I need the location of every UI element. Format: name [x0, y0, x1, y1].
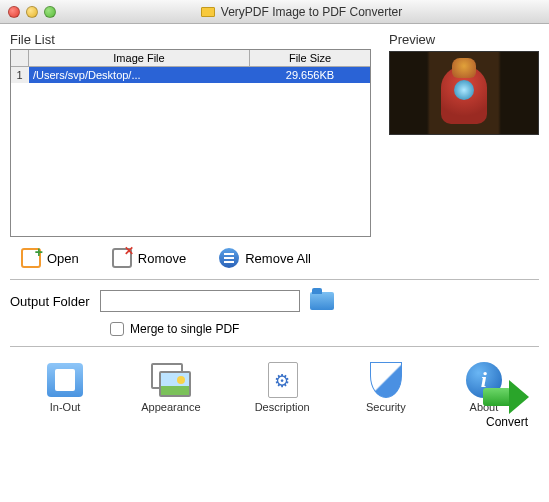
remove-button[interactable]: Romove [111, 247, 186, 269]
table-header: Image File File Size [11, 50, 370, 67]
merge-checkbox[interactable] [110, 322, 124, 336]
output-folder-label: Output Folder [10, 294, 90, 309]
app-icon [201, 7, 215, 17]
convert-icon [483, 380, 531, 414]
tab-label-security: Security [366, 401, 406, 413]
preview-image [389, 51, 539, 135]
file-list-label: File List [10, 32, 371, 47]
separator [10, 279, 539, 280]
preview-label: Preview [389, 32, 539, 47]
merge-label: Merge to single PDF [130, 322, 239, 336]
description-icon [264, 362, 300, 398]
window-title: VeryPDF Image to PDF Converter [221, 5, 402, 19]
tab-in-out[interactable]: In-Out [43, 361, 87, 413]
bottom-tabs: In-Out Appearance Description Security i… [10, 361, 539, 413]
open-icon [21, 248, 41, 268]
convert-label: Convert [483, 415, 531, 429]
tab-label-in-out: In-Out [50, 401, 81, 413]
output-folder-input[interactable] [100, 290, 300, 312]
row-size: 29.656KB [250, 67, 370, 83]
file-list-table[interactable]: Image File File Size 1 /Users/svp/Deskto… [10, 49, 371, 237]
tab-appearance[interactable]: Appearance [141, 361, 200, 413]
tab-description[interactable]: Description [255, 361, 310, 413]
titlebar: VeryPDF Image to PDF Converter [0, 0, 549, 24]
remove-all-label: Remove All [245, 251, 311, 266]
shield-icon [370, 362, 402, 398]
convert-button[interactable]: Convert [483, 380, 531, 429]
col-file-size[interactable]: File Size [250, 50, 370, 66]
open-label: Open [47, 251, 79, 266]
browse-folder-button[interactable] [310, 292, 334, 310]
row-file: /Users/svp/Desktop/... [29, 67, 250, 83]
remove-icon [112, 248, 132, 268]
col-image-file[interactable]: Image File [29, 50, 250, 66]
tab-security[interactable]: Security [364, 361, 408, 413]
in-out-icon [47, 363, 83, 397]
tab-label-description: Description [255, 401, 310, 413]
close-window-button[interactable] [8, 6, 20, 18]
tab-label-appearance: Appearance [141, 401, 200, 413]
remove-all-button[interactable]: Remove All [218, 247, 311, 269]
remove-label: Romove [138, 251, 186, 266]
minimize-window-button[interactable] [26, 6, 38, 18]
open-button[interactable]: Open [20, 247, 79, 269]
separator [10, 346, 539, 347]
zoom-window-button[interactable] [44, 6, 56, 18]
remove-all-icon [219, 248, 239, 268]
table-row[interactable]: 1 /Users/svp/Desktop/... 29.656KB [11, 67, 370, 83]
row-number: 1 [11, 67, 29, 83]
